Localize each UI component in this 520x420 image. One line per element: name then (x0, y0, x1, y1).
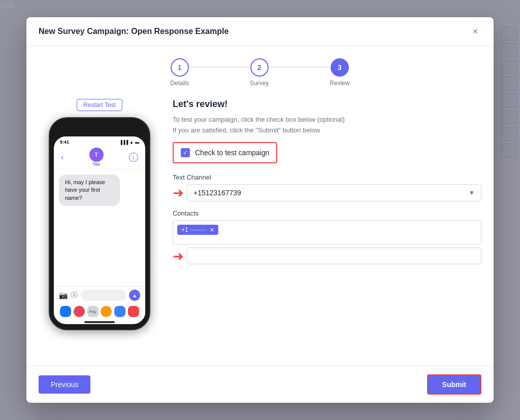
phone-frame: 9:41 ▐▐▐ ▲ ▬ ‹ T (49, 117, 150, 330)
previous-button[interactable]: Previous (39, 375, 90, 394)
phone-messages: Hi, may I please have your first name? (54, 169, 145, 286)
camera-icon[interactable]: 📷 (59, 291, 68, 299)
contacts-input[interactable] (187, 248, 481, 264)
app-icon-3: Pay (87, 306, 99, 317)
step-line-2 (269, 66, 330, 67)
app-icon[interactable]: Ⓐ (71, 291, 78, 300)
contacts-field-group: Contacts +1 ·········· ✕ ➜ (173, 209, 481, 264)
arrow-to-contacts: ➜ (173, 250, 184, 263)
avatar-initial: T (95, 152, 98, 158)
signal-icon: ▐▐▐ (119, 140, 128, 145)
phone-app-icons: Pay (54, 304, 145, 319)
step-label-2: Survey (250, 80, 269, 87)
modal-backdrop: New Survey Campaign: Open Response Examp… (0, 0, 520, 420)
contact-tag-value: +1 ·········· (181, 226, 207, 233)
wifi-icon: ▲ (129, 140, 134, 145)
step-circle-3: 3 (331, 58, 349, 77)
battery-icon: ▬ (135, 140, 139, 145)
checkbox-label: Check to test campaign (195, 149, 269, 157)
app-icon-5 (114, 306, 125, 317)
step-label-1: Details (170, 80, 189, 87)
review-title: Let's review! (173, 99, 481, 110)
modal-footer: Previous Submit (26, 366, 494, 403)
step-3: 3 Review (330, 58, 349, 87)
test-campaign-checkbox-container: ✓ Check to test campaign (173, 142, 277, 163)
step-circle-1: 1 (171, 58, 189, 77)
contacts-input-row: ➜ (173, 248, 481, 264)
text-channel-row: ➜ +15123167739 ▼ (173, 184, 481, 201)
contact-tag-remove[interactable]: ✕ (210, 227, 214, 233)
arrow-to-phone: ➜ (173, 186, 184, 199)
text-channel-field-group: Text Channel ➜ +15123167739 ▼ (173, 173, 481, 201)
submit-button[interactable]: Submit (427, 374, 481, 395)
test-campaign-checkbox[interactable]: ✓ (181, 148, 190, 157)
select-dropdown-icon: ▼ (469, 189, 475, 196)
modal-header: New Survey Campaign: Open Response Examp… (26, 17, 494, 46)
phone-nav: ‹ T Tim i (54, 146, 145, 169)
contact-avatar: T (89, 148, 104, 162)
close-button[interactable]: × (469, 25, 481, 38)
back-icon[interactable]: ‹ (61, 153, 63, 162)
phone-section: Restart Test 9:41 ▐▐▐ ▲ ▬ (39, 95, 160, 358)
phone-input-area: 📷 Ⓐ ▲ (54, 286, 145, 304)
phone-home-bar (84, 321, 115, 323)
text-channel-label: Text Channel (173, 173, 481, 181)
contacts-tags-area: +1 ·········· ✕ (173, 220, 481, 244)
message-bubble: Hi, may I please have your first name? (59, 174, 120, 206)
contacts-label: Contacts (173, 209, 481, 217)
phone-status-icons: ▐▐▐ ▲ ▬ (119, 140, 139, 145)
modal-dialog: New Survey Campaign: Open Response Examp… (26, 17, 494, 403)
info-icon[interactable]: i (129, 153, 138, 162)
contact-tag-1: +1 ·········· ✕ (177, 225, 218, 235)
step-line-1 (189, 66, 250, 67)
restart-test-button[interactable]: Restart Test (77, 99, 122, 111)
phone-notch (79, 124, 120, 134)
modal-body: Restart Test 9:41 ▐▐▐ ▲ ▬ (26, 95, 494, 366)
app-icon-1 (60, 306, 71, 317)
review-instruction-2: If you are satisfied, click the "Submit"… (173, 126, 481, 134)
phone-number-select[interactable]: +15123167739 ▼ (187, 184, 481, 201)
review-section: Let's review! To test your campaign, cli… (173, 95, 481, 358)
step-label-3: Review (330, 80, 349, 87)
send-button[interactable]: ▲ (129, 290, 140, 301)
step-1: 1 Details (170, 58, 189, 87)
stepper: 1 Details 2 Survey 3 Review (26, 46, 494, 95)
phone-number-value: +15123167739 (193, 189, 469, 197)
contact-name: Tim (92, 162, 100, 167)
app-icon-6 (128, 306, 139, 317)
app-icon-2 (74, 306, 85, 317)
phone-time: 9:41 (60, 139, 69, 145)
app-icon-4 (101, 306, 112, 317)
phone-contact-info: T Tim (89, 148, 104, 167)
phone-message-input[interactable] (81, 290, 126, 301)
step-circle-2: 2 (250, 58, 269, 77)
modal-title: New Survey Campaign: Open Response Examp… (39, 27, 229, 36)
step-2: 2 Survey (250, 58, 269, 87)
review-instruction-1: To test your campaign, click the check b… (173, 116, 481, 123)
phone-screen: 9:41 ▐▐▐ ▲ ▬ ‹ T (54, 136, 145, 324)
phone-status-bar: 9:41 ▐▐▐ ▲ ▬ (54, 136, 145, 146)
